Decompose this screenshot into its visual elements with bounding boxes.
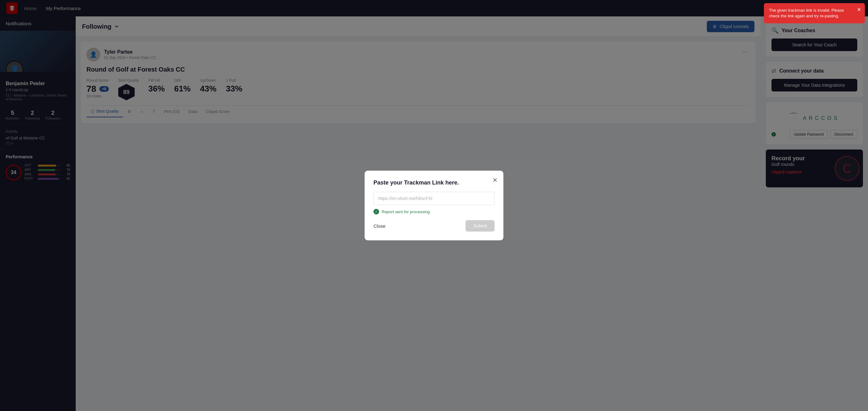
trackman-modal: Paste your Trackman Link here. ✕ ✓ Repor… (365, 171, 503, 240)
modal-footer: Close Submit (373, 220, 495, 231)
modal-close-icon[interactable]: ✕ (492, 176, 498, 184)
trackman-link-input[interactable] (373, 192, 495, 205)
error-toast-message: The given trackman link is invalid. Plea… (769, 8, 844, 18)
modal-close-button[interactable]: Close (373, 223, 385, 229)
modal-title: Paste your Trackman Link here. (373, 180, 495, 186)
modal-success-message: ✓ Report sent for processing (373, 209, 495, 215)
success-check-icon: ✓ (373, 209, 379, 215)
error-toast-close[interactable]: ✕ (857, 6, 861, 13)
modal-overlay[interactable]: Paste your Trackman Link here. ✕ ✓ Repor… (0, 0, 868, 411)
error-toast: The given trackman link is invalid. Plea… (764, 3, 865, 23)
success-text: Report sent for processing (382, 210, 430, 214)
modal-submit-button[interactable]: Submit (466, 220, 495, 231)
